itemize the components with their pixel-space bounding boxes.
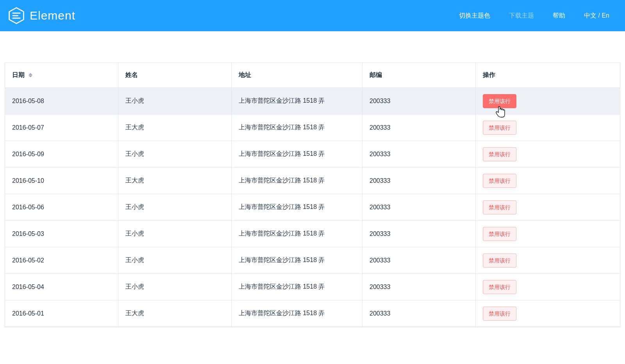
cell-zip: 200333 bbox=[362, 88, 476, 114]
disable-row-button[interactable]: 禁用该行 bbox=[483, 94, 516, 108]
cell-op: 禁用该行 bbox=[476, 168, 620, 194]
cell-name: 王小虎 bbox=[118, 88, 232, 114]
cell-address: 上海市普陀区金沙江路 1518 弄 bbox=[232, 88, 362, 114]
cell-op: 禁用该行 bbox=[476, 300, 620, 327]
cell-date: 2016-05-01 bbox=[5, 300, 118, 327]
cell-date: 2016-05-08 bbox=[5, 88, 118, 114]
table-row[interactable]: 2016-05-08王小虎上海市普陀区金沙江路 1518 弄200333禁用该行 bbox=[5, 88, 620, 114]
disable-row-button[interactable]: 禁用该行 bbox=[483, 121, 516, 135]
cell-zip: 200333 bbox=[362, 168, 476, 194]
cell-name: 王小虎 bbox=[118, 141, 232, 168]
disable-row-button[interactable]: 禁用该行 bbox=[483, 253, 516, 268]
top-header: Element 切换主题色 下载主题 帮助 中文 / En bbox=[0, 0, 625, 31]
table-row[interactable]: 2016-05-06王小虎上海市普陀区金沙江路 1518 弄200333禁用该行 bbox=[5, 194, 620, 221]
disable-row-button[interactable]: 禁用该行 bbox=[483, 307, 516, 321]
cell-name: 王大虎 bbox=[118, 168, 232, 194]
cell-date: 2016-05-04 bbox=[5, 274, 118, 300]
cell-address: 上海市普陀区金沙江路 1518 弄 bbox=[232, 194, 362, 221]
cell-op: 禁用该行 bbox=[476, 221, 620, 247]
disable-row-button[interactable]: 禁用该行 bbox=[483, 200, 516, 214]
cell-op: 禁用该行 bbox=[476, 194, 620, 221]
col-header-zip: 邮编 bbox=[362, 63, 476, 88]
col-header-date[interactable]: 日期 bbox=[5, 63, 118, 88]
sort-desc-icon bbox=[29, 75, 32, 77]
cell-name: 王大虎 bbox=[118, 300, 232, 327]
col-header-date-label: 日期 bbox=[12, 71, 25, 78]
nav-theme-switch[interactable]: 切换主题色 bbox=[459, 12, 490, 20]
element-icon bbox=[8, 7, 25, 24]
cell-op: 禁用该行 bbox=[476, 274, 620, 300]
cell-name: 王大虎 bbox=[118, 114, 232, 141]
cell-zip: 200333 bbox=[362, 114, 476, 141]
main-content: 日期 姓名 地址 邮编 操作 2016-05-08王小虎上海市普陀区金沙江路 1… bbox=[0, 31, 625, 327]
cell-zip: 200333 bbox=[362, 141, 476, 168]
cell-name: 王小虎 bbox=[118, 194, 232, 221]
brand-logo[interactable]: Element bbox=[8, 7, 75, 24]
data-table: 日期 姓名 地址 邮编 操作 2016-05-08王小虎上海市普陀区金沙江路 1… bbox=[5, 62, 620, 327]
brand-name: Element bbox=[30, 9, 75, 22]
cell-address: 上海市普陀区金沙江路 1518 弄 bbox=[232, 168, 362, 194]
cell-op: 禁用该行 bbox=[476, 114, 620, 141]
cell-zip: 200333 bbox=[362, 247, 476, 274]
nav-help[interactable]: 帮助 bbox=[553, 12, 565, 20]
sort-icon[interactable] bbox=[29, 73, 32, 77]
table-row[interactable]: 2016-05-09王小虎上海市普陀区金沙江路 1518 弄200333禁用该行 bbox=[5, 141, 620, 168]
cell-op: 禁用该行 bbox=[476, 141, 620, 168]
col-header-name: 姓名 bbox=[118, 63, 232, 88]
table-row[interactable]: 2016-05-04王小虎上海市普陀区金沙江路 1518 弄200333禁用该行 bbox=[5, 274, 620, 300]
disable-row-button[interactable]: 禁用该行 bbox=[483, 280, 516, 294]
cell-zip: 200333 bbox=[362, 300, 476, 327]
sort-asc-icon bbox=[29, 73, 32, 75]
disable-row-button[interactable]: 禁用该行 bbox=[483, 147, 516, 161]
cell-date: 2016-05-09 bbox=[5, 141, 118, 168]
col-header-op: 操作 bbox=[476, 63, 620, 88]
cell-name: 王小虎 bbox=[118, 274, 232, 300]
cell-date: 2016-05-10 bbox=[5, 168, 118, 194]
disable-row-button[interactable]: 禁用该行 bbox=[483, 174, 516, 188]
cell-address: 上海市普陀区金沙江路 1518 弄 bbox=[232, 247, 362, 274]
table-header-row: 日期 姓名 地址 邮编 操作 bbox=[5, 63, 620, 88]
cell-address: 上海市普陀区金沙江路 1518 弄 bbox=[232, 114, 362, 141]
cell-address: 上海市普陀区金沙江路 1518 弄 bbox=[232, 300, 362, 327]
disable-row-button[interactable]: 禁用该行 bbox=[483, 227, 516, 241]
table-row[interactable]: 2016-05-03王小虎上海市普陀区金沙江路 1518 弄200333禁用该行 bbox=[5, 221, 620, 247]
cell-name: 王小虎 bbox=[118, 221, 232, 247]
nav-lang[interactable]: 中文 / En bbox=[584, 12, 609, 20]
cell-op: 禁用该行 bbox=[476, 247, 620, 274]
table-row[interactable]: 2016-05-01王大虎上海市普陀区金沙江路 1518 弄200333禁用该行 bbox=[5, 300, 620, 327]
table-row[interactable]: 2016-05-10王大虎上海市普陀区金沙江路 1518 弄200333禁用该行 bbox=[5, 168, 620, 194]
nav-download-theme: 下载主题 bbox=[509, 12, 534, 20]
table-row[interactable]: 2016-05-02王小虎上海市普陀区金沙江路 1518 弄200333禁用该行 bbox=[5, 247, 620, 274]
cell-date: 2016-05-02 bbox=[5, 247, 118, 274]
top-nav: 切换主题色 下载主题 帮助 中文 / En bbox=[459, 12, 609, 20]
cell-zip: 200333 bbox=[362, 274, 476, 300]
cell-address: 上海市普陀区金沙江路 1518 弄 bbox=[232, 221, 362, 247]
cell-name: 王小虎 bbox=[118, 247, 232, 274]
cell-address: 上海市普陀区金沙江路 1518 弄 bbox=[232, 274, 362, 300]
cell-date: 2016-05-06 bbox=[5, 194, 118, 221]
cell-date: 2016-05-03 bbox=[5, 221, 118, 247]
cell-zip: 200333 bbox=[362, 221, 476, 247]
cell-zip: 200333 bbox=[362, 194, 476, 221]
cell-date: 2016-05-07 bbox=[5, 114, 118, 141]
table-row[interactable]: 2016-05-07王大虎上海市普陀区金沙江路 1518 弄200333禁用该行 bbox=[5, 114, 620, 141]
cell-op: 禁用该行 bbox=[476, 88, 620, 114]
cell-address: 上海市普陀区金沙江路 1518 弄 bbox=[232, 141, 362, 168]
col-header-address: 地址 bbox=[232, 63, 362, 88]
